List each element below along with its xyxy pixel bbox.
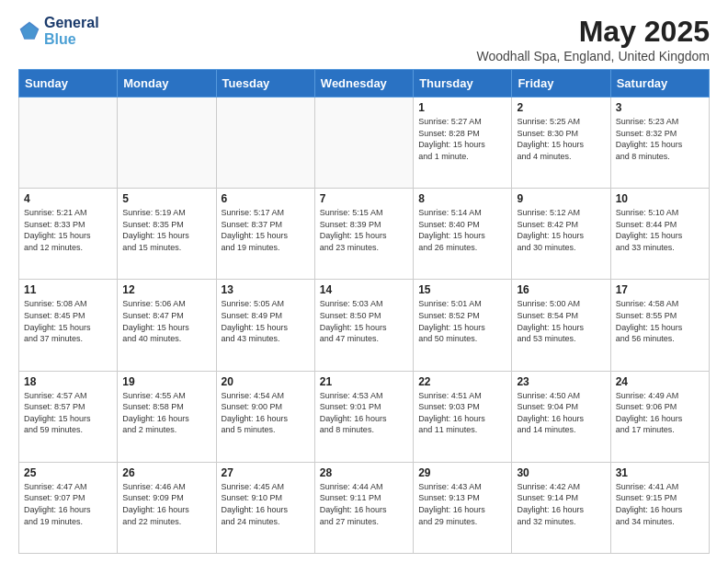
calendar-cell: 6Sunrise: 5:17 AM Sunset: 8:37 PM Daylig…: [216, 189, 314, 280]
day-number: 2: [517, 101, 605, 114]
day-number: 31: [616, 466, 704, 479]
day-number: 20: [222, 375, 310, 388]
calendar-header-row: SundayMondayTuesdayWednesdayThursdayFrid…: [19, 70, 710, 98]
day-number: 19: [122, 375, 210, 388]
calendar-header-wednesday: Wednesday: [314, 70, 413, 98]
day-info: Sunrise: 4:57 AM Sunset: 8:57 PM Dayligh…: [24, 390, 112, 436]
day-number: 16: [517, 283, 605, 296]
calendar-cell: 21Sunrise: 4:53 AM Sunset: 9:01 PM Dayli…: [314, 371, 413, 462]
day-number: 25: [24, 466, 112, 479]
calendar-week-1: 1Sunrise: 5:27 AM Sunset: 8:28 PM Daylig…: [19, 98, 710, 189]
day-number: 3: [616, 101, 704, 114]
day-number: 1: [418, 101, 506, 114]
day-info: Sunrise: 5:17 AM Sunset: 8:37 PM Dayligh…: [222, 207, 310, 253]
day-number: 21: [320, 375, 408, 388]
day-number: 11: [24, 283, 112, 296]
calendar-cell: 4Sunrise: 5:21 AM Sunset: 8:33 PM Daylig…: [19, 189, 118, 280]
calendar-cell: 19Sunrise: 4:55 AM Sunset: 8:58 PM Dayli…: [118, 371, 216, 462]
day-info: Sunrise: 4:51 AM Sunset: 9:03 PM Dayligh…: [418, 390, 506, 436]
day-number: 7: [320, 192, 408, 205]
calendar-cell: 3Sunrise: 5:23 AM Sunset: 8:32 PM Daylig…: [610, 98, 709, 189]
logo: General Blue: [18, 15, 99, 47]
day-info: Sunrise: 4:47 AM Sunset: 9:07 PM Dayligh…: [24, 481, 112, 527]
day-number: 5: [122, 192, 210, 205]
day-number: 17: [616, 283, 704, 296]
calendar-cell: 5Sunrise: 5:19 AM Sunset: 8:35 PM Daylig…: [118, 189, 216, 280]
calendar-cell: 9Sunrise: 5:12 AM Sunset: 8:42 PM Daylig…: [512, 189, 610, 280]
day-number: 15: [418, 283, 506, 296]
day-number: 10: [616, 192, 704, 205]
calendar-header-thursday: Thursday: [414, 70, 512, 98]
calendar-cell: 31Sunrise: 4:41 AM Sunset: 9:15 PM Dayli…: [610, 462, 709, 553]
calendar-cell: 15Sunrise: 5:01 AM Sunset: 8:52 PM Dayli…: [414, 280, 512, 371]
calendar-cell: 29Sunrise: 4:43 AM Sunset: 9:13 PM Dayli…: [414, 462, 512, 553]
calendar-cell: 10Sunrise: 5:10 AM Sunset: 8:44 PM Dayli…: [610, 189, 709, 280]
day-number: 6: [222, 192, 310, 205]
location: Woodhall Spa, England, United Kingdom: [477, 49, 710, 63]
day-number: 29: [418, 466, 506, 479]
logo-icon: [18, 20, 40, 42]
logo-text: General Blue: [44, 15, 99, 47]
day-info: Sunrise: 5:15 AM Sunset: 8:39 PM Dayligh…: [320, 207, 408, 253]
calendar-cell: 24Sunrise: 4:49 AM Sunset: 9:06 PM Dayli…: [610, 371, 709, 462]
calendar-cell: [314, 98, 413, 189]
day-number: 23: [517, 375, 605, 388]
month-title: May 2025: [477, 15, 710, 49]
calendar-cell: 11Sunrise: 5:08 AM Sunset: 8:45 PM Dayli…: [19, 280, 118, 371]
day-number: 28: [320, 466, 408, 479]
day-info: Sunrise: 5:10 AM Sunset: 8:44 PM Dayligh…: [616, 207, 704, 253]
calendar-week-5: 25Sunrise: 4:47 AM Sunset: 9:07 PM Dayli…: [19, 462, 710, 553]
day-info: Sunrise: 4:53 AM Sunset: 9:01 PM Dayligh…: [320, 390, 408, 436]
calendar-cell: 7Sunrise: 5:15 AM Sunset: 8:39 PM Daylig…: [314, 189, 413, 280]
day-number: 18: [24, 375, 112, 388]
calendar-header-saturday: Saturday: [610, 70, 709, 98]
calendar-cell: 17Sunrise: 4:58 AM Sunset: 8:55 PM Dayli…: [610, 280, 709, 371]
day-info: Sunrise: 5:27 AM Sunset: 8:28 PM Dayligh…: [418, 116, 506, 162]
day-info: Sunrise: 4:46 AM Sunset: 9:09 PM Dayligh…: [122, 481, 210, 527]
calendar-cell: 18Sunrise: 4:57 AM Sunset: 8:57 PM Dayli…: [19, 371, 118, 462]
day-info: Sunrise: 4:45 AM Sunset: 9:10 PM Dayligh…: [222, 481, 310, 527]
day-info: Sunrise: 5:12 AM Sunset: 8:42 PM Dayligh…: [517, 207, 605, 253]
day-info: Sunrise: 4:44 AM Sunset: 9:11 PM Dayligh…: [320, 481, 408, 527]
header: General Blue May 2025 Woodhall Spa, Engl…: [18, 15, 710, 63]
calendar-cell: 13Sunrise: 5:05 AM Sunset: 8:49 PM Dayli…: [216, 280, 314, 371]
day-number: 9: [517, 192, 605, 205]
calendar-cell: 26Sunrise: 4:46 AM Sunset: 9:09 PM Dayli…: [118, 462, 216, 553]
day-number: 14: [320, 283, 408, 296]
day-number: 27: [222, 466, 310, 479]
page: General Blue May 2025 Woodhall Spa, Engl…: [0, 0, 728, 563]
calendar-cell: [118, 98, 216, 189]
day-info: Sunrise: 4:54 AM Sunset: 9:00 PM Dayligh…: [222, 390, 310, 436]
day-info: Sunrise: 5:23 AM Sunset: 8:32 PM Dayligh…: [616, 116, 704, 162]
day-info: Sunrise: 5:05 AM Sunset: 8:49 PM Dayligh…: [222, 298, 310, 344]
calendar-cell: 16Sunrise: 5:00 AM Sunset: 8:54 PM Dayli…: [512, 280, 610, 371]
day-number: 30: [517, 466, 605, 479]
day-info: Sunrise: 4:50 AM Sunset: 9:04 PM Dayligh…: [517, 390, 605, 436]
day-info: Sunrise: 5:01 AM Sunset: 8:52 PM Dayligh…: [418, 298, 506, 344]
calendar-cell: [19, 98, 118, 189]
calendar-cell: 28Sunrise: 4:44 AM Sunset: 9:11 PM Dayli…: [314, 462, 413, 553]
day-info: Sunrise: 5:19 AM Sunset: 8:35 PM Dayligh…: [122, 207, 210, 253]
calendar-cell: [216, 98, 314, 189]
calendar-header-monday: Monday: [118, 70, 216, 98]
calendar-cell: 20Sunrise: 4:54 AM Sunset: 9:00 PM Dayli…: [216, 371, 314, 462]
calendar-header-sunday: Sunday: [19, 70, 118, 98]
day-info: Sunrise: 5:06 AM Sunset: 8:47 PM Dayligh…: [122, 298, 210, 344]
calendar-week-2: 4Sunrise: 5:21 AM Sunset: 8:33 PM Daylig…: [19, 189, 710, 280]
calendar-week-3: 11Sunrise: 5:08 AM Sunset: 8:45 PM Dayli…: [19, 280, 710, 371]
calendar-cell: 12Sunrise: 5:06 AM Sunset: 8:47 PM Dayli…: [118, 280, 216, 371]
day-info: Sunrise: 4:41 AM Sunset: 9:15 PM Dayligh…: [616, 481, 704, 527]
calendar-cell: 14Sunrise: 5:03 AM Sunset: 8:50 PM Dayli…: [314, 280, 413, 371]
day-info: Sunrise: 5:25 AM Sunset: 8:30 PM Dayligh…: [517, 116, 605, 162]
day-info: Sunrise: 4:55 AM Sunset: 8:58 PM Dayligh…: [122, 390, 210, 436]
day-number: 12: [122, 283, 210, 296]
calendar-cell: 30Sunrise: 4:42 AM Sunset: 9:14 PM Dayli…: [512, 462, 610, 553]
day-info: Sunrise: 4:42 AM Sunset: 9:14 PM Dayligh…: [517, 481, 605, 527]
day-info: Sunrise: 5:00 AM Sunset: 8:54 PM Dayligh…: [517, 298, 605, 344]
day-info: Sunrise: 4:49 AM Sunset: 9:06 PM Dayligh…: [616, 390, 704, 436]
day-number: 8: [418, 192, 506, 205]
calendar-header-tuesday: Tuesday: [216, 70, 314, 98]
day-number: 4: [24, 192, 112, 205]
calendar-cell: 23Sunrise: 4:50 AM Sunset: 9:04 PM Dayli…: [512, 371, 610, 462]
day-info: Sunrise: 5:03 AM Sunset: 8:50 PM Dayligh…: [320, 298, 408, 344]
